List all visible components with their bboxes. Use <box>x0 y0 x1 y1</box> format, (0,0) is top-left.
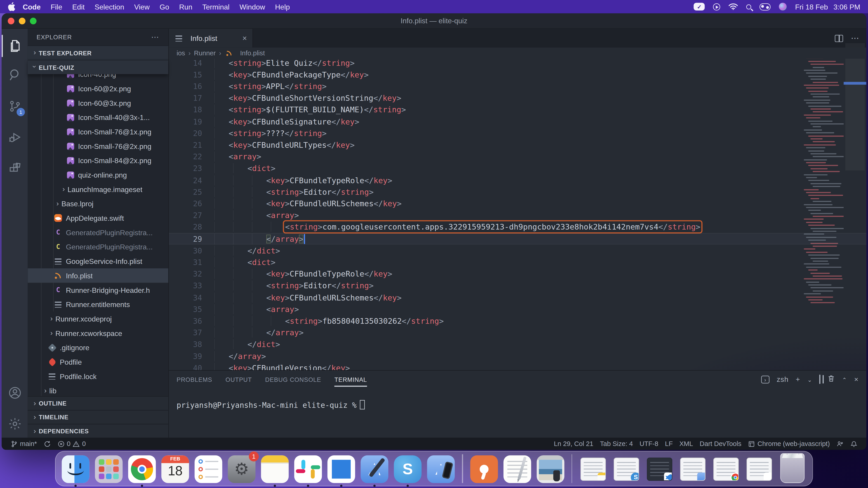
zoom-window-button[interactable] <box>30 18 36 24</box>
encoding[interactable]: UTF-8 <box>636 440 662 448</box>
files-icon[interactable] <box>2 35 28 57</box>
menu-help[interactable]: Help <box>270 2 295 11</box>
menu-terminal[interactable]: Terminal <box>197 2 235 11</box>
dock-slack[interactable] <box>293 454 322 483</box>
explorer-actions-icon[interactable]: ⋯ <box>151 33 160 41</box>
feedback-icon[interactable] <box>833 440 847 447</box>
kill-terminal-icon[interactable] <box>828 375 835 384</box>
tree-item--gitignore[interactable]: .gitignore <box>28 340 168 355</box>
code-line-20[interactable]: 20<string>????</string> <box>169 127 866 139</box>
siri-icon[interactable] <box>779 3 787 10</box>
dock-trash[interactable] <box>778 454 807 483</box>
code-line-32[interactable]: 32<key>CFBundleTypeRole</key> <box>169 268 866 280</box>
dock-xcode[interactable] <box>360 454 389 483</box>
eol-sequence[interactable]: LF <box>662 440 676 448</box>
tree-item-icon-60-2x-png[interactable]: Icon-60@2x.png <box>28 81 168 96</box>
problems-indicator[interactable]: 0 0 <box>54 440 89 448</box>
dock-minimized-vscode-window[interactable] <box>645 454 674 483</box>
tree-item-generatedpluginregistra-[interactable]: CGeneratedPluginRegistra... <box>28 239 168 254</box>
code-line-28[interactable]: 28<string>com.googleusercontent.apps.322… <box>169 221 866 233</box>
menu-view[interactable]: View <box>129 2 155 11</box>
dock-chrome[interactable] <box>127 454 156 483</box>
window-title-bar[interactable]: Info.plist — elite-quiz <box>2 13 866 29</box>
menu-selection[interactable]: Selection <box>90 2 129 11</box>
code-line-18[interactable]: 18<string>$(FLUTTER_BUILD_NAME)</string> <box>169 104 866 116</box>
close-window-button[interactable] <box>8 18 14 24</box>
maximize-panel-icon[interactable]: ⌃ <box>842 375 847 383</box>
code-line-39[interactable]: 39</array> <box>169 350 866 362</box>
dock-finder[interactable] <box>61 454 90 483</box>
code-line-14[interactable]: 14<string>Elite Quiz</string> <box>169 59 866 69</box>
dock-minimized-xcode-window[interactable] <box>678 454 707 483</box>
code-line-24[interactable]: 24<key>CFBundleTypeRole</key> <box>169 174 866 186</box>
menu-go[interactable]: Go <box>155 2 174 11</box>
terminal-content[interactable]: priyansh@Priyanshs-Mac-mini elite-quiz % <box>177 400 866 410</box>
dock-vscode[interactable] <box>327 454 355 483</box>
control-center-icon[interactable] <box>760 3 771 10</box>
tree-item-info-plist[interactable]: Info.plist <box>28 268 168 283</box>
dock-minimized-slack-window[interactable] <box>745 454 774 483</box>
account-icon[interactable] <box>2 382 28 404</box>
code-line-33[interactable]: 33<string>Editor</string> <box>169 280 866 292</box>
section-outline[interactable]: ›OUTLINE <box>28 396 168 410</box>
tree-item-podfile-lock[interactable]: Podfile.lock <box>28 369 168 383</box>
extensions-icon[interactable] <box>2 157 28 180</box>
tree-item-runner-xcodeproj[interactable]: ›Runner.xcodeproj <box>28 312 168 326</box>
breadcrumb-info.plist[interactable]: Info.plist <box>240 49 265 57</box>
code-line-27[interactable]: 27<array> <box>169 209 866 221</box>
tab-info-plist[interactable]: Info.plist × <box>169 29 253 47</box>
panel-tab-output[interactable]: OUTPUT <box>225 376 252 383</box>
dock-calendar[interactable]: FEB18 <box>161 454 189 483</box>
tree-item-podfile[interactable]: Podfile <box>28 355 168 369</box>
shell-label[interactable]: zsh <box>777 375 789 383</box>
branch-indicator[interactable]: main* <box>7 440 40 448</box>
tree-item-base-lproj[interactable]: ›Base.lproj <box>28 196 168 211</box>
dart-devtools[interactable]: Dart DevTools <box>696 440 745 448</box>
tab-size[interactable]: Tab Size: 4 <box>597 440 636 448</box>
code-line-37[interactable]: 37</array> <box>169 327 866 338</box>
tree-item-icon-small-84-2x-png[interactable]: Icon-Small-84@2x.png <box>28 153 168 168</box>
section-elite-quiz[interactable]: ›ELITE-QUIZ <box>28 60 168 74</box>
menu-edit[interactable]: Edit <box>67 2 90 11</box>
minimize-window-button[interactable] <box>19 18 25 24</box>
dock-minimized-chrome-window[interactable] <box>712 454 740 483</box>
dock-reminders[interactable] <box>194 454 223 483</box>
tree-item-googleservice-info-plist[interactable]: GoogleService-Info.plist <box>28 254 168 268</box>
tree-item-runner-bridging-header-h[interactable]: CRunner-Bridging-Header.h <box>28 283 168 297</box>
code-line-22[interactable]: 22<array> <box>169 151 866 163</box>
tree-item-generatedpluginregistra-[interactable]: CGeneratedPluginRegistra... <box>28 225 168 240</box>
section-dependencies[interactable]: ›DEPENDENCIES <box>28 424 168 437</box>
code-line-25[interactable]: 25<string>Editor</string> <box>169 186 866 198</box>
sync-icon[interactable] <box>40 440 54 447</box>
dock-skype[interactable]: S <box>393 454 422 483</box>
close-panel-icon[interactable]: × <box>854 375 859 383</box>
code-line-26[interactable]: 26<key>CFBundleURLSchemes</key> <box>169 198 866 209</box>
tree-item-icon-60-3x-png[interactable]: Icon-60@3x.png <box>28 96 168 110</box>
apple-menu-icon[interactable] <box>8 2 16 11</box>
code-editor[interactable]: 14<string>Elite Quiz</string>15<key>CFBu… <box>169 59 866 370</box>
code-line-29[interactable]: 29</array> <box>169 233 866 245</box>
dock-preview-window[interactable] <box>536 454 565 483</box>
code-line-31[interactable]: 31<dict> <box>169 256 866 268</box>
new-terminal-icon[interactable]: + <box>796 375 800 383</box>
dock-simulator[interactable] <box>427 454 455 483</box>
code-line-30[interactable]: 30</dict> <box>169 245 866 256</box>
code-line-16[interactable]: 16<string>APPL</string> <box>169 80 866 92</box>
breadcrumb-ios[interactable]: ios <box>177 49 185 57</box>
spotlight-search-icon[interactable] <box>746 4 751 9</box>
menu-bar-clock[interactable]: Fri 18 Feb 3:06 PM <box>795 2 860 11</box>
panel-tab-problems[interactable]: PROBLEMS <box>177 376 212 383</box>
dock-textedit[interactable] <box>503 454 531 483</box>
code-line-17[interactable]: 17<key>CFBundleShortVersionString</key> <box>169 92 866 104</box>
panel-tab-debug-console[interactable]: DEBUG CONSOLE <box>265 376 321 383</box>
code-line-23[interactable]: 23<dict> <box>169 163 866 174</box>
play-circle-icon[interactable] <box>713 3 720 10</box>
breadcrumb[interactable]: ios›Runner›Info.plist <box>169 48 866 59</box>
cursor-position[interactable]: Ln 29, Col 21 <box>550 440 596 448</box>
tree-item-runner-entitlements[interactable]: Runner.entitlements <box>28 297 168 312</box>
section-timeline[interactable]: ›TIMELINE <box>28 410 168 424</box>
panel-tab-terminal[interactable]: TERMINAL <box>335 376 367 383</box>
split-editor-icon[interactable] <box>835 35 843 42</box>
tree-item-lib[interactable]: ›lib <box>28 383 168 397</box>
code-line-21[interactable]: 21<key>CFBundleURLTypes</key> <box>169 139 866 151</box>
